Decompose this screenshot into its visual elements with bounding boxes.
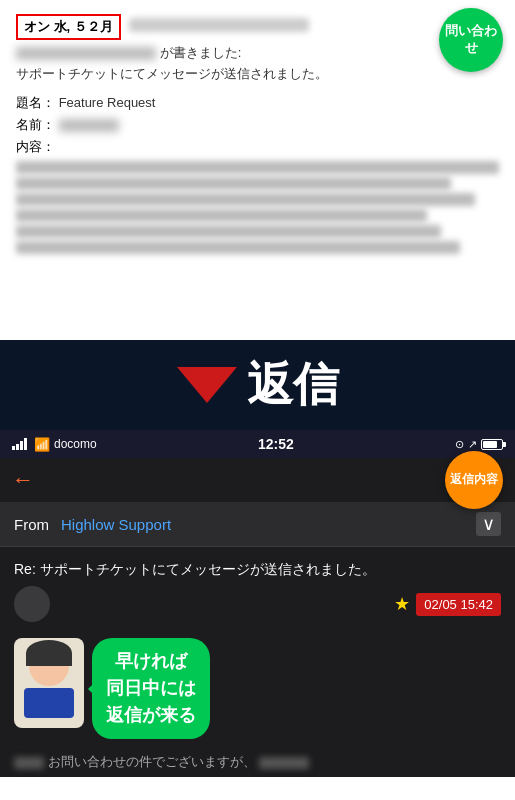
from-label: From xyxy=(14,516,49,533)
status-bar: 📶 docomo 12:52 ⊙ ↗ xyxy=(0,430,515,458)
email-app: ← 返信内容 From Highlow Support ∨ Re: サポートチケ… xyxy=(0,458,515,777)
char-body xyxy=(24,688,74,718)
status-left: 📶 docomo xyxy=(12,437,97,452)
carrier-name: docomo xyxy=(54,437,97,451)
from-row: From Highlow Support ∨ xyxy=(0,502,515,547)
email-subject-area: Re: サポートチケットにてメッセージが送信されました。 ★ 02/05 15:… xyxy=(0,547,515,630)
email-preview: お問い合わせの件でございますが、 xyxy=(0,747,515,777)
content-blurred-4 xyxy=(16,209,427,222)
battery-icon xyxy=(481,439,503,450)
name-line: 名前： xyxy=(16,114,499,136)
subject-label: 題名： xyxy=(16,95,55,110)
chevron-right-icon[interactable]: ∨ xyxy=(476,512,501,536)
avatar xyxy=(14,586,50,622)
email-header: オン 水, ５２月 xyxy=(16,14,499,40)
content-blurred-1 xyxy=(16,161,499,174)
battery-fill xyxy=(483,441,497,448)
back-button[interactable]: ← xyxy=(12,467,34,493)
preview-blurred-2 xyxy=(259,757,309,769)
char-head xyxy=(29,646,69,686)
email-body: 題名： Feature Request 名前： 内容： xyxy=(16,92,499,254)
speech-bubble: 早ければ 同日中には 返信が来る xyxy=(92,638,210,739)
preview-blurred-1 xyxy=(14,757,44,769)
email-toolbar: ← 返信内容 xyxy=(0,458,515,502)
timestamp: 02/05 15:42 xyxy=(416,593,501,616)
content-blurred-2 xyxy=(16,177,451,190)
preview-text: お問い合わせの件でございますが、 xyxy=(48,754,256,769)
bubble-line2: 同日中には xyxy=(106,675,196,702)
timestamp-box: ★ 02/05 15:42 xyxy=(394,593,501,616)
wrote-text: が書きました: xyxy=(160,45,242,60)
wifi-icon: 📶 xyxy=(34,437,50,452)
bubble-line1: 早ければ xyxy=(106,648,196,675)
date-box: オン 水, ５２月 xyxy=(16,14,121,40)
content-label: 内容： xyxy=(16,139,55,154)
support-message: サポートチケットにてメッセージが送信されました。 xyxy=(16,64,499,84)
email-from-blurred xyxy=(129,18,309,32)
email-address-blurred xyxy=(16,47,156,60)
email-meta-row: ★ 02/05 15:42 xyxy=(14,586,501,622)
bottom-area: 早ければ 同日中には 返信が来る xyxy=(0,630,515,747)
location-icon: ⊙ xyxy=(455,438,464,451)
yahoo-line: が書きました: xyxy=(16,44,499,62)
name-label: 名前： xyxy=(16,117,55,132)
inquiry-button[interactable]: 問い合わせ xyxy=(439,8,503,72)
top-email-section: オン 水, ５２月 問い合わせ が書きました: サポートチケットにてメッセージが… xyxy=(0,0,515,340)
content-blurred-6 xyxy=(16,241,460,254)
banner-section: 返信 xyxy=(0,340,515,430)
character-image xyxy=(14,638,84,728)
content-line: 内容： xyxy=(16,136,499,158)
banner-text: 返信 xyxy=(247,354,339,416)
subject-line: 題名： Feature Request xyxy=(16,92,499,114)
from-name[interactable]: Highlow Support xyxy=(61,516,476,533)
arrow-icon: ↗ xyxy=(468,438,477,451)
status-time: 12:52 xyxy=(258,436,294,452)
reply-button[interactable]: 返信内容 xyxy=(445,451,503,509)
email-subject: Re: サポートチケットにてメッセージが送信されました。 xyxy=(14,559,501,580)
name-blurred xyxy=(59,119,119,132)
status-right: ⊙ ↗ xyxy=(455,438,503,451)
bottom-text-row: 早ければ 同日中には 返信が来る xyxy=(14,638,501,739)
content-blurred-3 xyxy=(16,193,475,206)
subject-value: Feature Request xyxy=(59,95,156,110)
star-icon[interactable]: ★ xyxy=(394,593,410,615)
content-blurred-5 xyxy=(16,225,441,238)
bubble-line3: 返信が来る xyxy=(106,702,196,729)
signal-icon xyxy=(12,438,27,450)
chevron-down-icon xyxy=(177,367,237,403)
